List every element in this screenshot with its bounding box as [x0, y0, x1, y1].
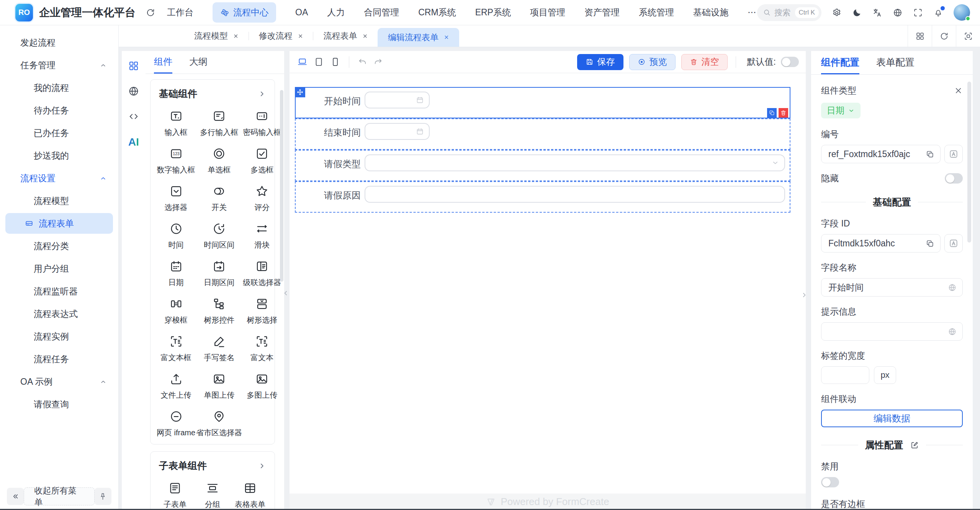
nav-item-10[interactable]: 系统管理 [639, 7, 674, 18]
nav-item-3[interactable]: OA [295, 7, 308, 18]
palette-component-subform[interactable]: 子表单 [157, 481, 193, 510]
close-tab-icon[interactable]: × [444, 33, 449, 42]
sidebar-item-6[interactable]: 抄送我的 [0, 144, 118, 167]
tab-form-config[interactable]: 表单配置 [876, 51, 915, 74]
nav-item-11[interactable]: 基础设施 [693, 7, 728, 18]
palette-component-tree[interactable]: 树形控件 [196, 297, 242, 325]
form-field-2[interactable]: 结束时间 [295, 118, 790, 150]
sidebar-item-3[interactable]: 我的流程 [0, 77, 118, 99]
label-width-input[interactable] [821, 366, 869, 384]
globe-icon[interactable] [128, 85, 139, 97]
sidebar-item-12[interactable]: 流程监听器 [0, 280, 118, 303]
close-icon[interactable] [954, 86, 963, 95]
palette-component-cascader[interactable]: 级联选择器 [243, 259, 281, 288]
nav-item-6[interactable]: CRM系统 [418, 7, 456, 18]
date-input[interactable] [365, 123, 430, 140]
palette-component-upload[interactable]: 文件上传 [157, 372, 195, 400]
gear-icon[interactable] [832, 8, 842, 18]
default-value-toggle[interactable] [781, 57, 799, 67]
tip-input[interactable] [821, 322, 963, 341]
nav-item-1[interactable]: 工作台 [167, 7, 193, 18]
rename-field-button[interactable] [944, 145, 963, 163]
nav-item-5[interactable]: 合同管理 [364, 7, 399, 18]
date-input[interactable] [365, 92, 430, 108]
select-input[interactable] [365, 154, 785, 171]
palette-component-slider[interactable]: 滑块 [243, 222, 281, 250]
sidebar-item-2[interactable]: 任务管理 [0, 54, 118, 77]
collapse-sidebar-button[interactable] [7, 488, 24, 505]
nav-item-4[interactable]: 人力 [327, 7, 345, 18]
sidebar-item-8[interactable]: 流程模型 [0, 190, 118, 212]
palette-component-select[interactable]: 选择器 [157, 184, 195, 213]
close-tab-icon[interactable]: × [363, 32, 367, 41]
nav-item-2[interactable]: 流程中心 [213, 2, 276, 23]
save-button[interactable]: 保存 [577, 54, 623, 70]
palette-component-transfer[interactable]: 穿梭框 [157, 297, 195, 325]
page-tab-3[interactable]: 流程表单× [313, 25, 378, 47]
form-field-3[interactable]: 请假类型 [295, 150, 790, 181]
delete-field-button[interactable] [779, 108, 788, 118]
device-tablet-button[interactable] [314, 57, 324, 67]
pin-menu-button[interactable] [95, 488, 111, 505]
app-logo[interactable]: RO [15, 4, 33, 21]
redo-button[interactable] [373, 57, 383, 67]
sidebar-item-10[interactable]: 流程分类 [0, 235, 118, 257]
timezone-globe-icon[interactable] [893, 8, 903, 18]
copy-icon[interactable] [919, 145, 940, 163]
fullscreen-icon[interactable] [913, 8, 923, 18]
copy-field-button[interactable] [767, 108, 777, 118]
refresh-icon[interactable] [146, 8, 155, 18]
sidebar-item-5[interactable]: 已办任务 [0, 122, 118, 144]
sidebar-item-15[interactable]: 流程任务 [0, 348, 118, 371]
chevron-right-icon[interactable] [258, 462, 266, 470]
nav-item-8[interactable]: 项目管理 [530, 7, 565, 18]
page-tab-1[interactable]: 流程模型× [184, 25, 249, 47]
sidebar-item-4[interactable]: 待办任务 [0, 99, 118, 122]
sidebar-item-7[interactable]: 流程设置 [0, 167, 118, 190]
config-scrollbar[interactable] [967, 82, 971, 243]
dark-mode-moon-icon[interactable] [852, 8, 862, 18]
palette-component-image[interactable]: 单图上传 [196, 372, 242, 400]
expand-config-chevron[interactable] [800, 291, 808, 299]
i18n-globe-icon[interactable] [942, 323, 962, 340]
ai-assistant-button[interactable]: AI [128, 136, 139, 148]
palette-component-signature[interactable]: 手写签名 [196, 335, 242, 363]
hidden-toggle[interactable] [945, 173, 963, 184]
page-tab-4[interactable]: 编辑流程表单× [378, 28, 459, 47]
sidebar-item-13[interactable]: 流程表达式 [0, 303, 118, 325]
ref-input[interactable]: ref_Foxtmdk15xf0ajc [821, 145, 941, 163]
tab-component-config[interactable]: 组件配置 [821, 51, 859, 74]
translate-icon[interactable] [872, 8, 882, 18]
close-tab-icon[interactable]: × [234, 32, 238, 41]
preview-button[interactable]: 预览 [629, 54, 676, 70]
nav-item-7[interactable]: ERP系统 [475, 7, 511, 18]
notifications-bell-icon[interactable] [933, 8, 943, 18]
palette-component-richtext[interactable]: 富文本 [243, 335, 281, 363]
copy-icon[interactable] [919, 235, 940, 252]
palette-component-number[interactable]: 123数字输入框 [157, 147, 195, 175]
nav-item-9[interactable]: 资产管理 [584, 7, 620, 18]
undo-button[interactable] [358, 57, 367, 67]
palette-component-clock[interactable]: 时间 [157, 222, 195, 250]
palette-component-star[interactable]: 评分 [243, 184, 281, 213]
sidebar-item-17[interactable]: 请假查询 [0, 393, 118, 416]
field-name-input[interactable]: 开始时间 [821, 278, 963, 297]
text-input[interactable] [365, 186, 785, 203]
form-design-area[interactable]: 开始时间结束时间请假类型请假原因 [290, 73, 806, 510]
disabled-toggle[interactable] [821, 477, 839, 487]
sidebar-item-9[interactable]: 流程表单 [5, 213, 113, 234]
palette-component-password[interactable]: 密码输入框 [243, 109, 281, 138]
sidebar-item-11[interactable]: 用户分组 [0, 257, 118, 280]
sidebar-item-14[interactable]: 流程实例 [0, 325, 118, 348]
palette-component-textarea[interactable]: 多行输入框 [196, 109, 242, 138]
form-field-1[interactable]: 开始时间 [295, 87, 790, 118]
palette-component-image[interactable]: 多图上传 [243, 372, 281, 400]
rename-field-button[interactable] [944, 234, 963, 253]
palette-component-radio[interactable]: 单选框 [196, 147, 242, 175]
sidebar-item-1[interactable]: 发起流程 [0, 31, 118, 54]
component-type-tag[interactable]: 日期 [821, 103, 861, 118]
clear-button[interactable]: 清空 [681, 54, 728, 70]
edit-icon[interactable] [910, 441, 919, 449]
tab-refresh-button[interactable] [932, 25, 956, 47]
collapse-all-menus-button[interactable]: 收起所有菜单 [24, 487, 94, 505]
